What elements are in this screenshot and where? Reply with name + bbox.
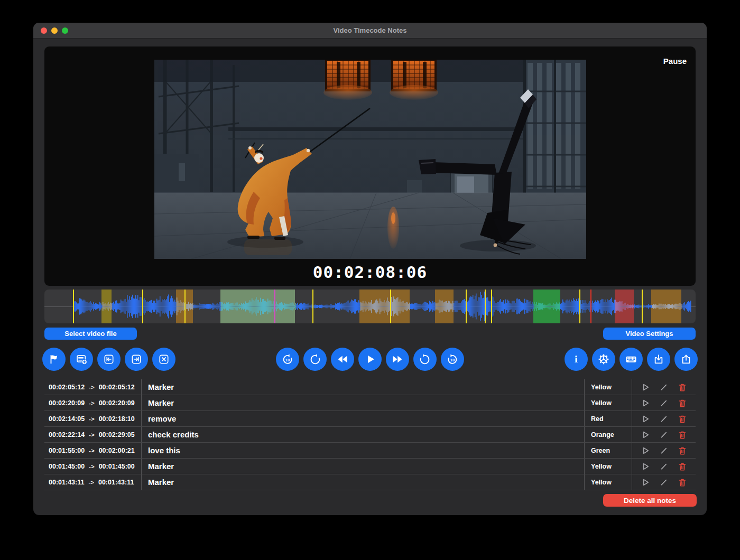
rotate-ccw-icon <box>309 353 321 365</box>
note-actions <box>632 395 696 410</box>
note-text: remove <box>141 411 584 426</box>
note-color-label: Red <box>584 411 632 426</box>
play-outline-icon <box>640 414 651 424</box>
waveform-marker-line <box>466 290 467 323</box>
export-notes-button[interactable] <box>674 348 698 371</box>
svg-text:i: i <box>575 354 578 365</box>
waveform-marker-line <box>642 290 643 323</box>
note-end-timecode: 00:02:20:09 <box>99 399 135 407</box>
note-timecodes: 00:02:20:09 -> 00:02:20:09 <box>44 395 141 410</box>
note-end-timecode: 00:01:43:11 <box>98 479 134 486</box>
zoom-window-button[interactable] <box>62 27 68 34</box>
note-timecodes: 00:02:22:14 -> 00:02:29:05 <box>44 427 141 442</box>
note-text: love this <box>141 443 584 458</box>
note-edit-button[interactable] <box>659 445 669 456</box>
keyboard-shortcuts-button[interactable] <box>619 348 643 371</box>
note-edit-button[interactable] <box>659 430 669 440</box>
play-outline-icon <box>640 398 651 408</box>
note-play-button[interactable] <box>640 382 651 393</box>
note-edit-button[interactable] <box>659 382 669 393</box>
waveform-marker-line <box>274 290 275 323</box>
note-edit-button[interactable] <box>659 414 669 424</box>
clear-selection-button[interactable] <box>152 348 175 371</box>
note-color-label: Orange <box>584 427 632 442</box>
window-title: Video Timecode Notes <box>33 26 707 34</box>
gear-icon <box>597 353 610 366</box>
note-delete-button[interactable] <box>677 445 688 456</box>
note-start-timecode: 00:02:20:09 <box>49 399 85 407</box>
delete-all-notes-button[interactable]: Delete all notes <box>603 494 697 507</box>
play-icon <box>364 353 376 366</box>
jump-to-end-button[interactable] <box>125 348 148 371</box>
forward-10-seconds-button[interactable]: 10 <box>441 348 464 371</box>
notes-table: 00:02:05:12 -> 00:02:05:12 Marker Yellow <box>44 379 696 490</box>
edit-pencil-icon <box>659 414 669 424</box>
jump-to-start-button[interactable] <box>97 348 121 371</box>
minimize-window-button[interactable] <box>51 27 58 34</box>
back-10-icon: 10 <box>282 353 293 365</box>
note-actions <box>632 443 696 458</box>
export-share-icon <box>680 353 692 365</box>
note-actions <box>632 459 696 474</box>
note-actions <box>632 474 696 490</box>
utility-buttons-group: i <box>565 348 698 371</box>
trash-icon <box>677 477 688 488</box>
back-10-seconds-button[interactable]: 10 <box>276 348 299 371</box>
note-actions <box>632 427 696 442</box>
close-window-button[interactable] <box>41 27 47 34</box>
note-play-button[interactable] <box>640 398 651 408</box>
note-row: 00:02:05:12 -> 00:02:05:12 Marker Yellow <box>44 379 696 395</box>
play-button[interactable] <box>358 348 382 371</box>
edit-pencil-icon <box>659 398 669 408</box>
fast-forward-button[interactable] <box>386 348 409 371</box>
import-icon <box>653 353 664 365</box>
restart-backward-button[interactable] <box>303 348 327 371</box>
note-add-icon <box>76 353 87 365</box>
add-marker-flag-button[interactable] <box>42 348 66 371</box>
clear-x-icon <box>158 353 170 365</box>
info-button[interactable]: i <box>565 348 588 371</box>
note-play-button[interactable] <box>640 414 651 424</box>
edit-pencil-icon <box>659 430 669 440</box>
note-end-timecode: 00:02:00:21 <box>99 447 135 454</box>
waveform-marker-line <box>590 290 591 323</box>
note-delete-button[interactable] <box>677 477 688 488</box>
video-player[interactable]: Pause 00:02:08:06 <box>44 46 696 286</box>
note-delete-button[interactable] <box>677 461 688 472</box>
trash-icon <box>677 445 688 456</box>
note-edit-button[interactable] <box>659 461 669 472</box>
select-video-file-button[interactable]: Select video file <box>44 328 137 340</box>
note-delete-button[interactable] <box>677 398 688 408</box>
note-row: 00:02:14:05 -> 00:02:18:10 remove Red <box>44 411 696 427</box>
playback-state-button[interactable]: Pause <box>663 57 687 66</box>
video-settings-button[interactable]: Video Settings <box>603 328 696 340</box>
flag-icon <box>48 353 60 365</box>
info-icon: i <box>570 353 582 365</box>
rewind-button[interactable] <box>331 348 354 371</box>
add-note-button[interactable] <box>70 348 93 371</box>
note-delete-button[interactable] <box>677 430 688 440</box>
waveform-marker-line <box>390 290 391 323</box>
note-start-timecode: 00:01:55:00 <box>49 447 85 454</box>
settings-button[interactable] <box>592 348 615 371</box>
restart-forward-button[interactable] <box>413 348 437 371</box>
jump-end-icon <box>131 353 142 365</box>
edit-pencil-icon <box>659 477 669 488</box>
edit-pencil-icon <box>659 382 669 393</box>
app-window: Video Timecode Notes <box>33 23 707 515</box>
note-edit-button[interactable] <box>659 398 669 408</box>
note-play-button[interactable] <box>640 461 651 472</box>
svg-text:10: 10 <box>285 358 290 362</box>
note-delete-button[interactable] <box>677 382 688 393</box>
note-play-button[interactable] <box>640 477 651 488</box>
note-delete-button[interactable] <box>677 414 688 424</box>
rewind-icon <box>336 353 349 366</box>
note-start-timecode: 00:01:45:00 <box>49 463 85 470</box>
waveform[interactable] <box>44 290 696 323</box>
note-play-button[interactable] <box>640 430 651 440</box>
play-outline-icon <box>640 445 651 456</box>
import-notes-button[interactable] <box>647 348 670 371</box>
note-play-button[interactable] <box>640 445 651 456</box>
note-edit-button[interactable] <box>659 477 669 488</box>
note-end-timecode: 00:01:45:00 <box>99 463 135 470</box>
